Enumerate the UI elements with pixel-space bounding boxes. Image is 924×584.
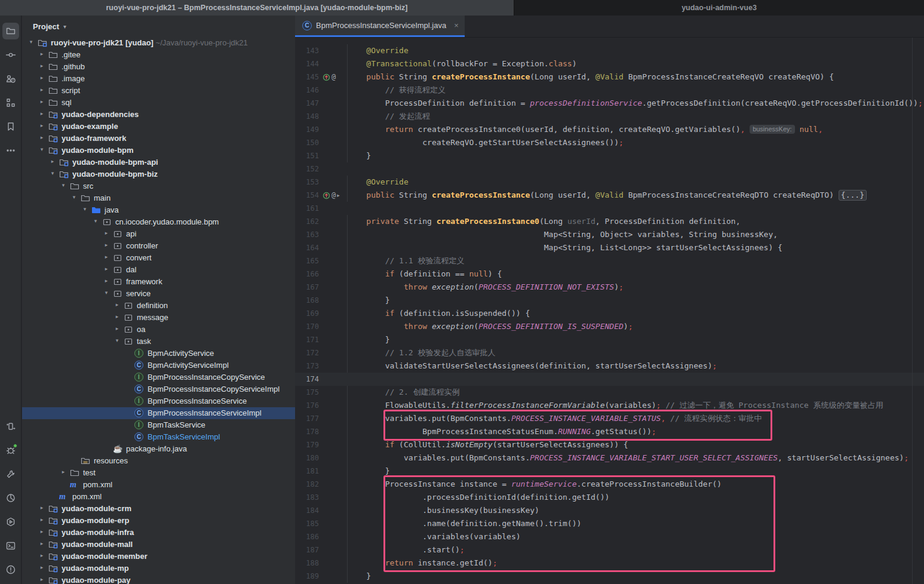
chevron-expanded-icon[interactable]: ▾ [38,146,46,152]
code-line-154[interactable]: 154@▸ public String createProcessInstanc… [295,189,924,202]
tree-item-yudao-framework[interactable]: ▸yudao-framework [22,133,295,145]
profiler-icon[interactable] [2,490,19,506]
code-line-163[interactable]: 163 Map<String, Object> variables, Strin… [295,228,924,241]
chevron-collapsed-icon[interactable]: ▸ [38,110,46,116]
tree-item-resources[interactable]: resources [22,455,295,467]
chevron-collapsed-icon[interactable]: ▸ [102,266,110,272]
tree-item-bpmtaskservice[interactable]: IBpmTaskService [22,419,295,431]
code-line-149[interactable]: 149 return createProcessInstance0(userId… [295,123,924,136]
tree-item-bpmactivityservice[interactable]: IBpmActivityService [22,348,295,359]
chevron-collapsed-icon[interactable]: ▸ [38,63,46,69]
code-line-178[interactable]: 178 BpmProcessInstanceStatusEnum.RUNNING… [295,425,924,438]
tree-item-bpmprocessinstancecopyserviceimpl[interactable]: CBpmProcessInstanceCopyServiceImpl [22,383,295,395]
chevron-collapsed-icon[interactable]: ▸ [38,505,46,511]
code-line-179[interactable]: 179 if (CollUtil.isNotEmpty(startUserSel… [295,438,924,451]
tree-item-bpmprocessinstanceservice[interactable]: IBpmProcessInstanceService [22,395,295,407]
tree-item-yudao-module-erp[interactable]: ▸yudao-module-erp [22,515,295,527]
bookmarks-icon[interactable] [2,118,19,135]
services-icon[interactable] [2,514,19,530]
tree-item--gitee[interactable]: ▸.gitee [22,49,295,61]
chevron-collapsed-icon[interactable]: ▸ [38,75,46,81]
tree-item-yudao-module-mp[interactable]: ▸yudao-module-mp [22,563,295,574]
chevron-collapsed-icon[interactable]: ▸ [38,99,46,104]
chevron-expanded-icon[interactable]: ▾ [91,218,100,224]
tree-item-bpmtaskserviceimpl[interactable]: CBpmTaskServiceImpl [22,431,295,443]
tree-item--github[interactable]: ▸.github [22,61,295,73]
tree-item-test[interactable]: ▸test [22,467,295,479]
chevron-collapsed-icon[interactable]: ▸ [38,51,46,57]
tree-item-yudao-module-bpm-biz[interactable]: ▾yudao-module-bpm-biz [22,168,295,180]
code-line-151[interactable]: 151 } [295,149,924,162]
code-line-165[interactable]: 165 // 1.1 校验流程定义 [295,254,924,268]
chevron-collapsed-icon[interactable]: ▸ [38,564,46,570]
tree-item-main[interactable]: ▾main [22,192,295,204]
tree-item-service[interactable]: ▾service [22,288,295,300]
tree-item-yudao-example[interactable]: ▸yudao-example [22,121,295,133]
tree-item-sql[interactable]: ▸sql [22,97,295,109]
tree-item-script[interactable]: ▸script [22,85,295,97]
code-line-183[interactable]: 183 .processDefinitionId(definition.getI… [295,491,924,504]
tree-item--image[interactable]: ▸.image [22,73,295,85]
code-line-169[interactable]: 169 if (definition.isSuspended()) { [295,307,924,320]
code-line-164[interactable]: 164 Map<String, List<Long>> startUserSel… [295,241,924,254]
chevron-collapsed-icon[interactable]: ▸ [38,576,46,582]
code-line-188[interactable]: 188 return instance.getId(); [295,557,924,570]
chevron-expanded-icon[interactable]: ▾ [81,206,89,212]
editor-scrollbar[interactable] [912,38,924,584]
vcs-commit-icon[interactable] [2,47,19,63]
tree-item-dal[interactable]: ▸dal [22,264,295,276]
chevron-expanded-icon[interactable]: ▾ [59,182,67,188]
code-line-144[interactable]: 144 @Transactional(rollbackFor = Excepti… [295,57,924,70]
close-icon[interactable]: × [454,21,459,30]
code-line-177[interactable]: 177 variables.put(BpmConstants.PROCESS_I… [295,412,924,425]
chevron-expanded-icon[interactable]: ▾ [48,170,57,176]
code-line-174[interactable]: 174 [295,373,924,386]
code-line-168[interactable]: 168 } [295,294,924,307]
code-line-162[interactable]: 162 private String createProcessInstance… [295,215,924,228]
code-line-145[interactable]: 145@ public String createProcessInstance… [295,70,924,84]
code-line-153[interactable]: 153 @Override [295,176,924,189]
code-line-167[interactable]: 167 throw exception(PROCESS_DEFINITION_N… [295,281,924,294]
code-line-187[interactable]: 187 .start(); [295,543,924,557]
tree-item-yudao-module-infra[interactable]: ▸yudao-module-infra [22,527,295,539]
tree-item-yudao-module-member[interactable]: ▸yudao-module-member [22,551,295,563]
tree-item-yudao-module-bpm[interactable]: ▾yudao-module-bpm [22,145,295,156]
chevron-collapsed-icon[interactable]: ▸ [102,254,110,260]
build-icon[interactable] [2,466,19,482]
chevron-expanded-icon[interactable]: ▾ [27,39,35,45]
tree-item-task[interactable]: ▾task [22,336,295,348]
tree-item-cn-iocoder-yudao-module-bpm[interactable]: ▾cn.iocoder.yudao.module.bpm [22,216,295,228]
tree-item-api[interactable]: ▸api [22,228,295,240]
structure-icon[interactable] [2,94,19,111]
tree-item-framework[interactable]: ▸framework [22,276,295,288]
debug-icon[interactable] [2,442,19,459]
code-line-152[interactable]: 152 [295,162,924,176]
tree-item-oa[interactable]: ▸oa [22,324,295,336]
chevron-expanded-icon[interactable]: ▾ [102,290,110,296]
code-line-175[interactable]: 175 // 2. 创建流程实例 [295,386,924,399]
tab-bpmprocessinstanceserviceimpl[interactable]: C BpmProcessInstanceServiceImpl.java × [295,16,465,37]
tree-item-yudao-module-bpm-api[interactable]: ▸yudao-module-bpm-api [22,156,295,168]
tree-item-bpmprocessinstancecopyservice[interactable]: IBpmProcessInstanceCopyService [22,371,295,383]
tree-item-package-info-java[interactable]: ☕package-info.java [22,443,295,455]
inactive-window-title[interactable]: yudao-ui-admin-vue3 [514,0,924,16]
chevron-collapsed-icon[interactable]: ▸ [102,230,110,236]
code-line-148[interactable]: 148 // 发起流程 [295,110,924,123]
chevron-collapsed-icon[interactable]: ▸ [113,313,121,319]
code-line-166[interactable]: 166 if (definition == null) { [295,268,924,281]
running-devices-icon[interactable] [2,418,19,435]
tree-item-ruoyi-vue-pro-jdk21-yudao-[interactable]: ▾ruoyi-vue-pro-jdk21 [yudao] ~/Java/ruoy… [22,37,295,49]
code-area[interactable]: 143 @Override144 @Transactional(rollback… [295,38,924,584]
chevron-collapsed-icon[interactable]: ▸ [38,528,46,534]
code-line-170[interactable]: 170 throw exception(PROCESS_DEFINITION_I… [295,320,924,333]
chevron-collapsed-icon[interactable]: ▸ [59,469,67,475]
code-line-176[interactable]: 176 FlowableUtils.filterProcessInstanceF… [295,399,924,412]
tree-item-bpmprocessinstanceserviceimpl[interactable]: CBpmProcessInstanceServiceImpl [22,407,295,419]
tree-item-definition[interactable]: ▸definition [22,300,295,312]
tree-item-yudao-module-pay[interactable]: ▸yudao-module-pay [22,574,295,584]
chevron-collapsed-icon[interactable]: ▸ [38,540,46,546]
terminal-icon[interactable] [2,537,19,554]
chevron-collapsed-icon[interactable]: ▸ [38,517,46,522]
code-line-147[interactable]: 147 ProcessDefinition definition = proce… [295,97,924,110]
tree-item-yudao-module-mall[interactable]: ▸yudao-module-mall [22,539,295,551]
